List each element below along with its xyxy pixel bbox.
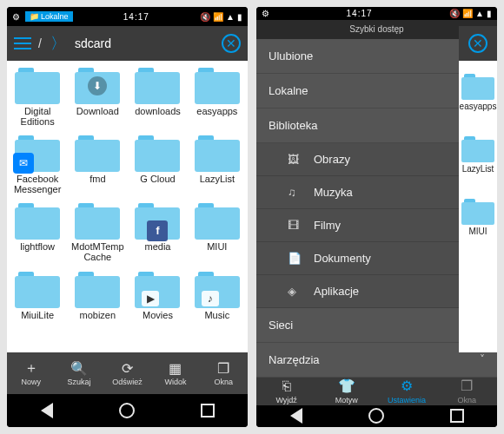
chevron-down-icon: ˅ [480, 353, 485, 365]
+-icon: ＋ [24, 360, 38, 376]
folder-icon [135, 68, 180, 104]
lokalne-chip: 📁 Lokalne [25, 11, 73, 22]
folder-item[interactable]: MIUI [189, 200, 246, 266]
toolbar-ustawienia[interactable]: ⚙Ustawienia [377, 378, 437, 405]
menu-button[interactable] [14, 37, 31, 49]
folder-item[interactable]: fmedia [129, 200, 186, 266]
folder-icon: ⬇ [75, 68, 120, 104]
folder-label: Music [204, 310, 229, 320]
music-icon: ♫ [288, 186, 305, 199]
folder-icon [15, 272, 60, 308]
toolbar-wyjdź[interactable]: ⎗Wyjdź [256, 378, 316, 405]
recent-button[interactable] [447, 405, 468, 426]
folder-icon [15, 68, 60, 104]
recent-button[interactable] [197, 400, 218, 421]
folder-item[interactable]: Digital Editions [9, 64, 66, 130]
home-button[interactable] [366, 405, 387, 426]
folder-icon: ♪ [195, 272, 240, 308]
fbk-overlay-icon: f [147, 220, 168, 241]
folder-icon [75, 272, 120, 308]
back-button[interactable] [36, 400, 57, 421]
status-time: 14:17 [123, 12, 149, 22]
home-button[interactable] [116, 400, 137, 421]
folder-item[interactable]: mobizen [68, 268, 127, 324]
folder-icon: ▶ [135, 272, 180, 308]
folder-icon [15, 203, 60, 240]
file-grid-area[interactable]: Digital Editions⬇Downloaddownloadseasyap… [7, 61, 248, 352]
folder-icon [461, 199, 494, 225]
status-time: 14:17 [347, 9, 373, 18]
windows-icon: ❐ [217, 360, 229, 376]
path-root[interactable]: / [38, 36, 42, 50]
section-label: Sieci [269, 319, 293, 332]
toolbar-widok[interactable]: ▦Widok [151, 352, 199, 394]
toolbar-label: Szukaj [68, 378, 91, 386]
folder-label: easyapps [460, 102, 497, 111]
folder-item[interactable]: ⬇Download [68, 64, 127, 130]
folder-item[interactable]: G Cloud [129, 132, 186, 198]
battery-icon: ▮ [487, 9, 492, 18]
folder-label: MIUI [468, 227, 487, 236]
toolbar-szukaj[interactable]: 🔍Szukaj [55, 352, 103, 394]
folder-label: lightflow [20, 241, 55, 252]
folder-label: MdotMTempCache [70, 241, 125, 262]
wifi-icon: 📶 [213, 12, 223, 22]
toolbar-label: Ustawienia [388, 396, 426, 404]
battery-icon: ▮ [237, 12, 242, 22]
folder-label: easyapps [196, 106, 237, 116]
folder-item[interactable]: MiuiLite [9, 268, 66, 324]
folder-label: LazyList [200, 174, 235, 184]
toolbar-label: Nowy [21, 378, 41, 386]
folder-label: Movies [143, 310, 173, 320]
item-label: Aplikacje [314, 285, 359, 298]
folder-item[interactable]: ♪Music [189, 268, 246, 324]
toolbar-okna[interactable]: ❐Okna [200, 352, 248, 394]
android-navbar [7, 394, 248, 427]
toolbar-odśwież[interactable]: ⟳Odśwież [103, 352, 151, 394]
folder-item[interactable]: ▶Movies [129, 268, 186, 324]
folder-icon [75, 135, 120, 172]
section-label: Narzędzia [269, 353, 320, 366]
status-bar: ⚙ 📁 Lokalne 14:17 🔇 📶 ▲ ▮ [7, 7, 248, 26]
toolbar-motyw[interactable]: 👕Motyw [316, 378, 376, 405]
close-button[interactable]: ✕ [222, 34, 241, 53]
app-icon: ◈ [288, 285, 305, 298]
image-icon: 🖼 [288, 153, 305, 166]
folder-label: Download [76, 106, 119, 116]
windows-icon: ❐ [461, 378, 473, 394]
bottom-toolbar: ＋Nowy🔍Szukaj⟳Odśwież▦Widok❐Okna [7, 352, 248, 394]
item-label: Filmy [314, 219, 341, 232]
signal-icon: ▲ [475, 9, 484, 18]
folder-item[interactable]: MIUI [459, 186, 497, 248]
status-bar: ⚙ 14:17 🔇 📶 ▲ ▮ [256, 7, 497, 20]
toolbar-okna[interactable]: ❐Okna [437, 378, 497, 405]
folder-item[interactable]: easyapps [459, 61, 497, 123]
folder-item[interactable]: LazyList [459, 123, 497, 186]
folder-item[interactable]: LazyList [189, 132, 246, 198]
folder-item[interactable]: easyapps [189, 64, 246, 130]
folder-item[interactable]: lightflow [9, 200, 66, 266]
search-icon: 🔍 [70, 360, 88, 376]
folder-label: MiuiLite [21, 310, 54, 320]
folder-icon [195, 135, 240, 172]
close-button[interactable]: ✕ [468, 34, 487, 53]
android-navbar [256, 405, 497, 427]
background-strip: ✕ easyappsLazyListMIUI [459, 26, 497, 352]
film-icon: 🎞 [288, 219, 305, 232]
folder-item[interactable]: downloads [129, 64, 186, 130]
back-button[interactable] [286, 405, 307, 426]
grid-icon: ▦ [169, 360, 182, 376]
folder-icon [461, 74, 494, 100]
music-overlay-icon: ♪ [202, 291, 219, 306]
folder-item[interactable]: MdotMTempCache [68, 200, 127, 266]
folder-label: Facebook Messenger [10, 174, 64, 194]
path-current[interactable]: sdcard [75, 36, 111, 50]
doc-icon: 📄 [288, 252, 305, 265]
cyanogen-icon: ⚙ [12, 12, 20, 22]
folder-item[interactable]: fmd [68, 132, 127, 198]
folder-item[interactable]: ✉Facebook Messenger [9, 132, 66, 198]
breadcrumb[interactable]: / 〉 sdcard [38, 33, 215, 54]
toolbar-nowy[interactable]: ＋Nowy [7, 352, 55, 394]
folder-label: G Cloud [140, 174, 175, 184]
exit-icon: ⎗ [282, 378, 291, 394]
